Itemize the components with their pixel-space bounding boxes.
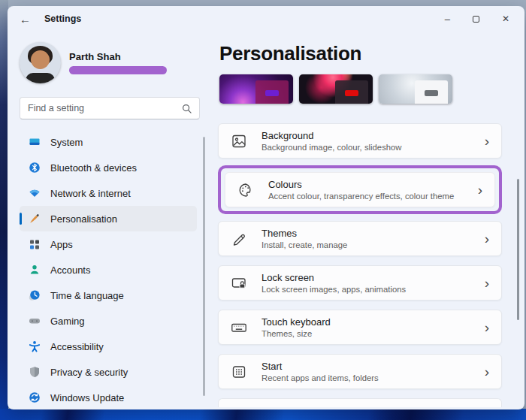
apps-icon (29, 238, 41, 250)
row-title: Touch keyboard (261, 316, 331, 328)
theme-accent-chip (345, 90, 358, 96)
titlebar: ← Settings – ✕ (8, 6, 524, 32)
sidebar-item-network-internet[interactable]: Network & internet (20, 180, 197, 206)
theme-accent-chip (425, 90, 438, 96)
sidebar-item-bluetooth-devices[interactable]: Bluetooth & devices (20, 155, 197, 180)
background-image-icon (230, 132, 248, 150)
sidebar-item-label: Privacy & security (50, 367, 128, 378)
maximize-icon (473, 16, 479, 23)
bluetooth-icon (29, 162, 41, 174)
time-language-clock-icon (29, 289, 41, 301)
close-button[interactable]: ✕ (502, 14, 509, 23)
row-subtitle: Recent apps and items, folders (261, 373, 379, 382)
settings-row-themes[interactable]: Themes Install, create, manage › (218, 221, 502, 256)
avatar (20, 42, 61, 83)
sidebar-item-label: Network & internet (50, 188, 131, 199)
gaming-controller-icon (29, 315, 41, 327)
row-subtitle: Themes, size (261, 329, 331, 338)
settings-window: ← Settings – ✕ Parth Shah (8, 6, 524, 409)
lock-screen-icon (230, 274, 248, 292)
chevron-right-icon: › (478, 183, 482, 197)
sidebar-item-apps[interactable]: Apps (20, 231, 197, 257)
settings-row-partial[interactable] (218, 398, 502, 407)
sidebar-item-label: Apps (50, 239, 73, 250)
row-title: Start (261, 361, 379, 372)
accessibility-person-icon (29, 340, 41, 352)
main-scrollbar[interactable] (517, 179, 519, 320)
sidebar-item-accessibility[interactable]: Accessibility (20, 334, 197, 359)
sidebar-item-windows-update[interactable]: Windows Update (20, 385, 197, 409)
chevron-right-icon: › (485, 231, 489, 246)
network-wifi-icon (29, 187, 41, 199)
chevron-right-icon: › (485, 276, 489, 290)
window-title: Settings (44, 14, 81, 24)
row-title: Lock screen (261, 272, 406, 283)
sidebar-item-label: Accessibility (50, 341, 104, 352)
touch-keyboard-icon (230, 319, 248, 337)
sidebar: Parth Shah System (8, 32, 207, 409)
settings-row-start[interactable]: Start Recent apps and items, folders › (218, 354, 502, 389)
profile-name: Parth Shah (69, 51, 167, 62)
profile-email-redacted (69, 66, 167, 74)
theme-preview-dark-red[interactable] (299, 74, 373, 104)
windows-update-icon (29, 391, 41, 403)
theme-preview-strip (219, 74, 502, 104)
window-controls: – ✕ (445, 14, 512, 24)
row-subtitle: Install, create, manage (261, 240, 347, 249)
profile-section[interactable]: Parth Shah (20, 39, 207, 86)
sidebar-item-label: Time & language (50, 290, 124, 301)
sidebar-item-gaming[interactable]: Gaming (20, 308, 197, 334)
chevron-right-icon: › (485, 320, 489, 334)
minimize-button[interactable]: – (445, 14, 450, 24)
maximize-button[interactable] (473, 14, 479, 24)
sidebar-item-label: Personalisation (50, 213, 117, 225)
system-icon (29, 136, 41, 148)
accounts-person-icon (29, 264, 41, 276)
settings-rows: Background Background image, colour, sli… (218, 123, 502, 407)
sidebar-item-privacy-security[interactable]: Privacy & security (20, 359, 197, 385)
page-title: Personalisation (219, 42, 502, 65)
sidebar-nav: System Bluetooth & devices Network & int… (20, 129, 207, 409)
colours-palette-icon (237, 181, 255, 199)
sidebar-item-label: Gaming (50, 316, 85, 327)
back-button[interactable]: ← (20, 13, 31, 26)
sidebar-item-label: Bluetooth & devices (50, 162, 137, 174)
sidebar-item-accounts[interactable]: Accounts (20, 257, 197, 283)
row-title: Themes (261, 228, 347, 239)
settings-row-background[interactable]: Background Background image, colour, sli… (218, 123, 502, 159)
sidebar-scrollbar[interactable] (203, 137, 205, 396)
main-content: Personalisation (207, 32, 524, 409)
themes-pen-icon (230, 230, 248, 248)
start-grid-icon (230, 363, 248, 381)
sidebar-item-time-language[interactable]: Time & language (20, 283, 197, 308)
sidebar-item-label: Windows Update (50, 392, 124, 403)
search-box[interactable] (20, 97, 200, 119)
chevron-right-icon: › (485, 134, 489, 148)
sidebar-item-label: Accounts (50, 264, 90, 276)
chevron-right-icon: › (485, 364, 489, 379)
settings-row-colours[interactable]: Colours Accent colour, transparency effe… (225, 172, 495, 207)
theme-accent-chip (265, 90, 279, 96)
theme-preview-light-grey[interactable] (379, 74, 452, 104)
sidebar-item-personalisation[interactable]: Personalisation (20, 206, 197, 231)
row-title: Colours (268, 179, 454, 190)
search-input[interactable] (28, 103, 182, 113)
privacy-shield-icon (29, 366, 41, 378)
row-subtitle: Background image, colour, slideshow (261, 143, 402, 152)
settings-row-lock-screen[interactable]: Lock screen Lock screen images, apps, an… (218, 265, 502, 301)
search-icon[interactable] (182, 104, 192, 113)
theme-preview-dark-purple[interactable] (219, 74, 293, 104)
desktop-wallpaper-bottom (0, 409, 526, 420)
row-title: Background (261, 130, 402, 141)
row-subtitle: Accent colour, transparency effects, col… (268, 192, 454, 201)
personalisation-brush-icon (29, 213, 41, 225)
colours-highlight-box: Colours Accent colour, transparency effe… (218, 165, 502, 214)
row-subtitle: Lock screen images, apps, animations (261, 285, 406, 294)
sidebar-item-label: System (50, 137, 83, 148)
settings-row-touch-keyboard[interactable]: Touch keyboard Themes, size › (218, 310, 502, 345)
sidebar-item-system[interactable]: System (20, 129, 197, 155)
